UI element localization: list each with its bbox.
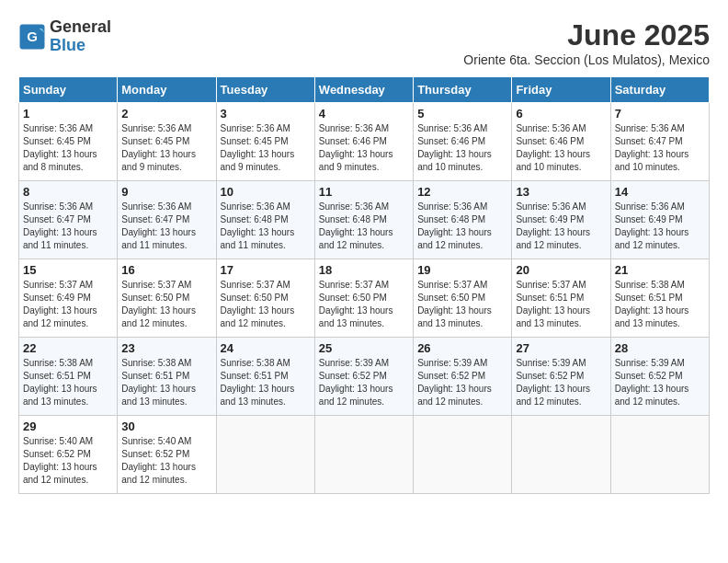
table-row: 5 Sunrise: 5:36 AM Sunset: 6:46 PM Dayli… bbox=[414, 103, 512, 181]
logo-general: General bbox=[50, 18, 111, 37]
logo: G General Blue bbox=[18, 18, 111, 55]
calendar-row: 22 Sunrise: 5:38 AM Sunset: 6:51 PM Dayl… bbox=[19, 338, 710, 416]
table-row: 6 Sunrise: 5:36 AM Sunset: 6:46 PM Dayli… bbox=[512, 103, 610, 181]
day-info: Sunrise: 5:36 AM Sunset: 6:46 PM Dayligh… bbox=[319, 122, 409, 174]
day-info: Sunrise: 5:39 AM Sunset: 6:52 PM Dayligh… bbox=[615, 357, 705, 408]
table-row: 1 Sunrise: 5:36 AM Sunset: 6:45 PM Dayli… bbox=[19, 103, 118, 181]
day-number: 17 bbox=[221, 263, 311, 277]
table-row: 21 Sunrise: 5:38 AM Sunset: 6:51 PM Dayl… bbox=[610, 259, 709, 338]
day-info: Sunrise: 5:40 AM Sunset: 6:52 PM Dayligh… bbox=[121, 435, 211, 487]
day-number: 25 bbox=[319, 341, 409, 355]
calendar-header-row: Sunday Monday Tuesday Wednesday Thursday… bbox=[19, 77, 710, 103]
table-row: 19 Sunrise: 5:37 AM Sunset: 6:50 PM Dayl… bbox=[414, 259, 512, 338]
day-info: Sunrise: 5:36 AM Sunset: 6:47 PM Dayligh… bbox=[23, 201, 113, 252]
col-wednesday: Wednesday bbox=[314, 77, 413, 103]
day-info: Sunrise: 5:36 AM Sunset: 6:46 PM Dayligh… bbox=[516, 122, 606, 174]
day-number: 8 bbox=[23, 185, 113, 199]
month-title: June 2025 bbox=[463, 18, 710, 52]
day-info: Sunrise: 5:36 AM Sunset: 6:48 PM Dayligh… bbox=[221, 201, 311, 252]
day-info: Sunrise: 5:38 AM Sunset: 6:51 PM Dayligh… bbox=[221, 357, 311, 408]
day-info: Sunrise: 5:36 AM Sunset: 6:48 PM Dayligh… bbox=[417, 201, 507, 252]
table-row bbox=[512, 416, 610, 494]
table-row: 29 Sunrise: 5:40 AM Sunset: 6:52 PM Dayl… bbox=[19, 416, 118, 494]
col-thursday: Thursday bbox=[414, 77, 512, 103]
day-number: 7 bbox=[615, 107, 705, 121]
table-row: 27 Sunrise: 5:39 AM Sunset: 6:52 PM Dayl… bbox=[512, 338, 610, 416]
table-row: 26 Sunrise: 5:39 AM Sunset: 6:52 PM Dayl… bbox=[414, 338, 512, 416]
day-number: 23 bbox=[121, 341, 211, 355]
location-title: Oriente 6ta. Seccion (Los Mulatos), Mexi… bbox=[463, 52, 710, 67]
logo-blue: Blue bbox=[50, 37, 111, 55]
day-number: 26 bbox=[417, 341, 507, 355]
day-number: 21 bbox=[615, 263, 705, 277]
calendar-row: 15 Sunrise: 5:37 AM Sunset: 6:49 PM Dayl… bbox=[19, 259, 710, 338]
logo-icon: G bbox=[18, 23, 46, 51]
table-row: 3 Sunrise: 5:36 AM Sunset: 6:45 PM Dayli… bbox=[216, 103, 314, 181]
day-info: Sunrise: 5:36 AM Sunset: 6:49 PM Dayligh… bbox=[615, 201, 705, 252]
day-info: Sunrise: 5:38 AM Sunset: 6:51 PM Dayligh… bbox=[23, 357, 113, 408]
table-row: 23 Sunrise: 5:38 AM Sunset: 6:51 PM Dayl… bbox=[118, 338, 216, 416]
calendar-row: 1 Sunrise: 5:36 AM Sunset: 6:45 PM Dayli… bbox=[19, 103, 710, 181]
col-monday: Monday bbox=[118, 77, 216, 103]
day-info: Sunrise: 5:36 AM Sunset: 6:47 PM Dayligh… bbox=[121, 201, 211, 252]
day-info: Sunrise: 5:37 AM Sunset: 6:50 PM Dayligh… bbox=[221, 279, 311, 330]
table-row: 9 Sunrise: 5:36 AM Sunset: 6:47 PM Dayli… bbox=[118, 181, 216, 259]
day-number: 9 bbox=[121, 185, 211, 199]
day-number: 15 bbox=[23, 263, 113, 277]
table-row: 16 Sunrise: 5:37 AM Sunset: 6:50 PM Dayl… bbox=[118, 259, 216, 338]
day-number: 28 bbox=[615, 341, 705, 355]
day-number: 19 bbox=[417, 263, 507, 277]
day-number: 11 bbox=[319, 185, 409, 199]
page-header: G General Blue June 2025 Oriente 6ta. Se… bbox=[18, 18, 710, 67]
day-number: 10 bbox=[221, 185, 311, 199]
day-number: 13 bbox=[516, 185, 606, 199]
day-number: 12 bbox=[417, 185, 507, 199]
day-number: 22 bbox=[23, 341, 113, 355]
table-row: 18 Sunrise: 5:37 AM Sunset: 6:50 PM Dayl… bbox=[314, 259, 413, 338]
day-number: 30 bbox=[121, 419, 211, 433]
day-number: 3 bbox=[221, 107, 311, 121]
table-row: 4 Sunrise: 5:36 AM Sunset: 6:46 PM Dayli… bbox=[314, 103, 413, 181]
day-info: Sunrise: 5:40 AM Sunset: 6:52 PM Dayligh… bbox=[23, 435, 113, 487]
day-info: Sunrise: 5:37 AM Sunset: 6:50 PM Dayligh… bbox=[121, 279, 211, 330]
table-row: 12 Sunrise: 5:36 AM Sunset: 6:48 PM Dayl… bbox=[414, 181, 512, 259]
day-info: Sunrise: 5:36 AM Sunset: 6:48 PM Dayligh… bbox=[319, 201, 409, 252]
table-row: 24 Sunrise: 5:38 AM Sunset: 6:51 PM Dayl… bbox=[216, 338, 314, 416]
col-friday: Friday bbox=[512, 77, 610, 103]
day-number: 20 bbox=[516, 263, 606, 277]
table-row: 14 Sunrise: 5:36 AM Sunset: 6:49 PM Dayl… bbox=[610, 181, 709, 259]
day-info: Sunrise: 5:36 AM Sunset: 6:45 PM Dayligh… bbox=[221, 122, 311, 174]
day-info: Sunrise: 5:37 AM Sunset: 6:50 PM Dayligh… bbox=[319, 279, 409, 330]
table-row: 7 Sunrise: 5:36 AM Sunset: 6:47 PM Dayli… bbox=[610, 103, 709, 181]
svg-text:G: G bbox=[27, 28, 38, 43]
title-area: June 2025 Oriente 6ta. Seccion (Los Mula… bbox=[463, 18, 710, 67]
col-tuesday: Tuesday bbox=[216, 77, 314, 103]
col-sunday: Sunday bbox=[19, 77, 118, 103]
table-row: 2 Sunrise: 5:36 AM Sunset: 6:45 PM Dayli… bbox=[118, 103, 216, 181]
calendar-table: Sunday Monday Tuesday Wednesday Thursday… bbox=[18, 76, 710, 494]
day-info: Sunrise: 5:37 AM Sunset: 6:49 PM Dayligh… bbox=[23, 279, 113, 330]
day-number: 27 bbox=[516, 341, 606, 355]
day-info: Sunrise: 5:38 AM Sunset: 6:51 PM Dayligh… bbox=[121, 357, 211, 408]
table-row: 30 Sunrise: 5:40 AM Sunset: 6:52 PM Dayl… bbox=[118, 416, 216, 494]
day-info: Sunrise: 5:36 AM Sunset: 6:45 PM Dayligh… bbox=[121, 122, 211, 174]
day-number: 24 bbox=[221, 341, 311, 355]
table-row: 8 Sunrise: 5:36 AM Sunset: 6:47 PM Dayli… bbox=[19, 181, 118, 259]
table-row: 10 Sunrise: 5:36 AM Sunset: 6:48 PM Dayl… bbox=[216, 181, 314, 259]
day-info: Sunrise: 5:39 AM Sunset: 6:52 PM Dayligh… bbox=[516, 357, 606, 408]
table-row bbox=[216, 416, 314, 494]
table-row: 13 Sunrise: 5:36 AM Sunset: 6:49 PM Dayl… bbox=[512, 181, 610, 259]
day-number: 29 bbox=[23, 419, 113, 433]
col-saturday: Saturday bbox=[610, 77, 709, 103]
logo-text: General Blue bbox=[50, 18, 111, 55]
day-info: Sunrise: 5:36 AM Sunset: 6:46 PM Dayligh… bbox=[417, 122, 507, 174]
day-number: 2 bbox=[121, 107, 211, 121]
day-info: Sunrise: 5:36 AM Sunset: 6:49 PM Dayligh… bbox=[516, 201, 606, 252]
day-info: Sunrise: 5:37 AM Sunset: 6:50 PM Dayligh… bbox=[417, 279, 507, 330]
calendar-row: 29 Sunrise: 5:40 AM Sunset: 6:52 PM Dayl… bbox=[19, 416, 710, 494]
table-row bbox=[314, 416, 413, 494]
day-number: 4 bbox=[319, 107, 409, 121]
table-row: 20 Sunrise: 5:37 AM Sunset: 6:51 PM Dayl… bbox=[512, 259, 610, 338]
table-row: 22 Sunrise: 5:38 AM Sunset: 6:51 PM Dayl… bbox=[19, 338, 118, 416]
table-row: 15 Sunrise: 5:37 AM Sunset: 6:49 PM Dayl… bbox=[19, 259, 118, 338]
